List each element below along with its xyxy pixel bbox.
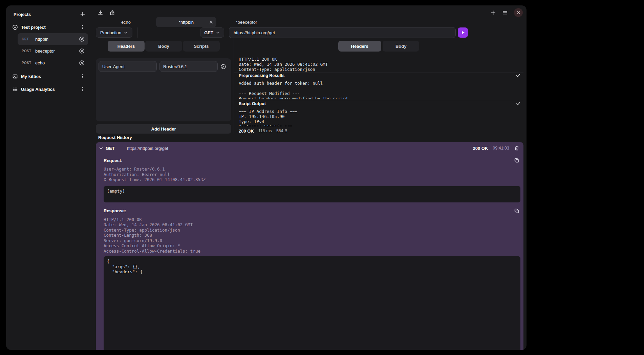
close-tab-button[interactable] [209,17,213,27]
request-bar: Production GET [96,27,523,38]
request-tab-scripts[interactable]: Scripts [183,41,220,52]
tab-beeceptor[interactable]: *beeceptor [216,17,277,27]
request-method: POST [22,49,33,53]
project-name: My kitties [21,74,76,79]
projects-title: Projects [14,12,31,17]
preprocessing-title: Preprocessing Results [239,73,284,78]
editor-panels: Headers Body Scripts Add Header [96,38,523,134]
history-status: 200 OK [473,146,488,151]
add-header-button[interactable]: Add Header [96,124,231,134]
main-area: echo *httpbin *beeceptor Production GET [91,5,527,350]
import-button[interactable] [98,10,103,16]
url-input[interactable] [229,27,456,38]
x-circle-icon [79,36,85,42]
request-method: GET [22,37,33,41]
header-key-input[interactable] [99,61,157,72]
project-name: Test project [21,25,76,30]
response-section-header: Response: [104,208,520,214]
status-time: 118 ms [258,129,272,133]
menu-icon [502,10,508,16]
divider [137,27,137,38]
check-icon [516,101,521,106]
request-editor-tabs: Headers Body Scripts [108,41,234,52]
request-list: GET httpbin POST beeceptor POST echo [18,33,88,69]
request-name: beeceptor [35,48,76,54]
kebab-icon [80,86,85,92]
sidebar-request-httpbin[interactable]: GET httpbin [18,33,88,45]
history-request-body: (empty) [104,186,520,202]
close-icon [209,20,213,24]
check-icon [516,73,521,78]
sidebar: Projects Test project GET httpbin POST [6,5,91,350]
history-title: Request History [96,135,523,140]
response-status-bar: 200 OK 118 ms 564 B [239,128,523,134]
response-viewer: Headers Body HTTP/1.1 200 OK Date: Wed, … [234,38,523,134]
history-method: GET [106,146,115,151]
history-timestamp: 09:41:03 [493,146,509,151]
x-circle-icon [79,60,85,66]
project-name: Usage Analytics [21,87,76,92]
close-window-button[interactable] [514,8,523,17]
script-output-text: === IP Address Info === IP: 195.146.105.… [239,109,523,126]
copy-request-button[interactable] [514,158,519,163]
remove-request-button[interactable] [79,48,85,54]
request-name: httpbin [35,37,76,42]
request-method: POST [22,61,33,65]
response-headers-text: HTTP/1.1 200 OK Date: Wed, 14 Jan 2026 0… [239,57,523,73]
history-entry: GET https://httpbin.org/get 200 OK 09:41… [96,142,523,350]
play-icon [460,30,465,35]
menu-button[interactable] [502,10,508,16]
tab-strip: echo *httpbin *beeceptor [96,17,523,27]
add-project-button[interactable] [80,12,85,17]
sidebar-request-echo[interactable]: POST echo [18,57,88,69]
remove-request-button[interactable] [79,60,85,66]
response-viewer-tabs: Headers Body [239,41,519,52]
response-tab-headers[interactable]: Headers [338,41,381,52]
request-tab-body[interactable]: Body [145,41,182,52]
plus-icon [490,10,496,16]
history-response-body: { "args": {}, "headers": { [104,256,520,350]
trash-icon [514,145,519,151]
tab-httpbin[interactable]: *httpbin [156,17,216,27]
preprocessing-section-header[interactable]: Preprocessing Results [234,73,523,78]
request-tab-headers[interactable]: Headers [108,41,145,52]
sidebar-request-beeceptor[interactable]: POST beeceptor [18,45,88,57]
remove-request-button[interactable] [79,36,85,42]
method-label: GET [204,30,213,35]
environment-select[interactable]: Production [96,27,132,38]
plus-icon [80,12,85,17]
new-tab-button[interactable] [490,10,496,16]
project-menu-button[interactable] [79,73,86,80]
header-row [99,61,229,72]
header-value-input[interactable] [159,61,218,72]
headers-list-panel [96,58,231,121]
copy-icon [514,158,519,163]
request-name: echo [35,60,76,65]
chevron-down-icon [216,31,220,35]
send-button[interactable] [458,27,468,38]
method-select[interactable]: GET [200,27,224,38]
image-icon [12,74,18,79]
history-request-headers: User-Agent: Roster/0.6.1 Authorization: … [104,166,520,182]
project-menu-button[interactable] [79,24,86,31]
export-button[interactable] [109,10,115,16]
status-size: 564 B [276,129,287,133]
response-label: Response: [104,208,126,213]
remove-header-button[interactable] [220,64,226,70]
tab-label: *httpbin [179,20,194,25]
delete-history-button[interactable] [514,145,519,151]
sidebar-project-test[interactable]: Test project [10,22,88,33]
script-output-section-header[interactable]: Script Output [234,101,523,106]
copy-response-button[interactable] [514,208,519,214]
history-entry-header[interactable]: GET https://httpbin.org/get 200 OK 09:41… [96,142,523,153]
tab-echo[interactable]: echo [96,17,156,27]
sidebar-project-my-kitties[interactable]: My kitties [10,71,88,82]
sidebar-project-usage-analytics[interactable]: Usage Analytics [10,84,88,95]
sidebar-header: Projects [10,9,88,22]
history-entry-body: Request: User-Agent: Roster/0.6.1 Author… [96,158,523,350]
request-editor: Headers Body Scripts Add Header [96,38,234,134]
request-label: Request: [104,158,123,163]
response-tab-body[interactable]: Body [383,41,420,52]
check-circle-icon [12,24,18,30]
project-menu-button[interactable] [79,86,86,93]
